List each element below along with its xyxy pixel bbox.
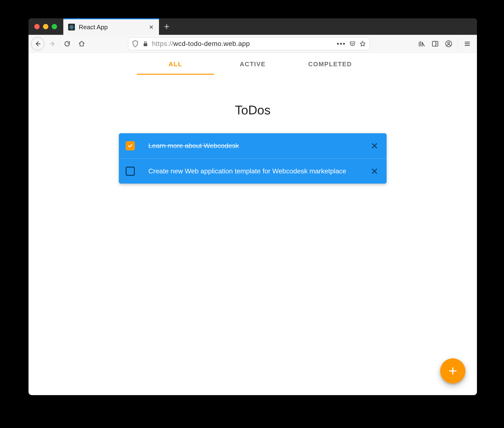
svg-point-6 bbox=[436, 43, 437, 44]
url-text: https://wcd-todo-demo.web.app bbox=[152, 40, 333, 48]
svg-point-0 bbox=[71, 27, 72, 28]
window-maximize-button[interactable] bbox=[52, 24, 57, 29]
tab-strip: React App bbox=[29, 18, 477, 35]
page-actions-icon[interactable]: ••• bbox=[336, 40, 346, 48]
todo-checkbox[interactable] bbox=[126, 141, 135, 150]
filter-tab-all[interactable]: ALL bbox=[137, 55, 214, 75]
window-close-button[interactable] bbox=[34, 24, 40, 29]
sidebar-icon[interactable] bbox=[429, 37, 441, 50]
bookmark-star-icon[interactable] bbox=[359, 40, 366, 47]
address-bar[interactable]: https://wcd-todo-demo.web.app ••• bbox=[128, 37, 370, 50]
lock-icon[interactable] bbox=[142, 41, 149, 47]
reload-button[interactable] bbox=[61, 37, 73, 50]
toolbar-separator bbox=[458, 38, 458, 49]
todo-text[interactable]: Create new Web application template for … bbox=[148, 167, 356, 175]
tracking-shield-icon[interactable] bbox=[132, 40, 139, 47]
filter-tab-active[interactable]: ACTIVE bbox=[214, 55, 291, 75]
back-button[interactable] bbox=[31, 37, 44, 50]
todo-text[interactable]: Learn more about Webcodesk bbox=[148, 142, 356, 150]
pocket-icon[interactable] bbox=[349, 40, 356, 47]
menu-icon[interactable] bbox=[461, 37, 473, 50]
todo-row: Create new Web application template for … bbox=[119, 158, 387, 183]
svg-rect-4 bbox=[144, 43, 147, 46]
forward-button[interactable] bbox=[46, 37, 59, 50]
browser-toolbar: https://wcd-todo-demo.web.app ••• bbox=[29, 35, 477, 53]
home-button[interactable] bbox=[75, 37, 88, 50]
filter-tab-completed[interactable]: COMPLETED bbox=[291, 55, 369, 75]
url-protocol: https:// bbox=[152, 40, 173, 47]
todo-checkbox[interactable] bbox=[126, 167, 135, 176]
url-host: wcd-todo-demo.web.app bbox=[173, 40, 250, 47]
add-todo-fab[interactable] bbox=[440, 358, 465, 384]
svg-point-8 bbox=[448, 42, 450, 44]
window-minimize-button[interactable] bbox=[43, 24, 48, 29]
browser-tab[interactable]: React App bbox=[63, 18, 159, 35]
library-icon[interactable] bbox=[415, 37, 428, 50]
page-title: ToDos bbox=[29, 103, 477, 117]
tab-close-button[interactable] bbox=[148, 24, 155, 31]
account-icon[interactable] bbox=[442, 37, 455, 50]
filter-tabs: ALL ACTIVE COMPLETED bbox=[29, 53, 477, 75]
page-content: ALL ACTIVE COMPLETED ToDos Learn more ab… bbox=[29, 53, 477, 395]
todo-delete-button[interactable] bbox=[370, 166, 379, 176]
todo-delete-button[interactable] bbox=[370, 141, 379, 151]
browser-window: React App bbox=[29, 18, 477, 395]
toolbar-right bbox=[415, 37, 473, 50]
todo-list: Learn more about Webcodesk Create new We… bbox=[119, 133, 387, 183]
window-controls bbox=[29, 18, 63, 35]
filter-tab-label: ACTIVE bbox=[240, 60, 265, 68]
todo-row: Learn more about Webcodesk bbox=[119, 133, 387, 158]
react-icon bbox=[68, 24, 75, 31]
filter-tab-label: COMPLETED bbox=[308, 60, 352, 68]
filter-tab-label: ALL bbox=[169, 60, 182, 68]
tab-title: React App bbox=[79, 24, 144, 31]
new-tab-button[interactable] bbox=[159, 18, 175, 35]
